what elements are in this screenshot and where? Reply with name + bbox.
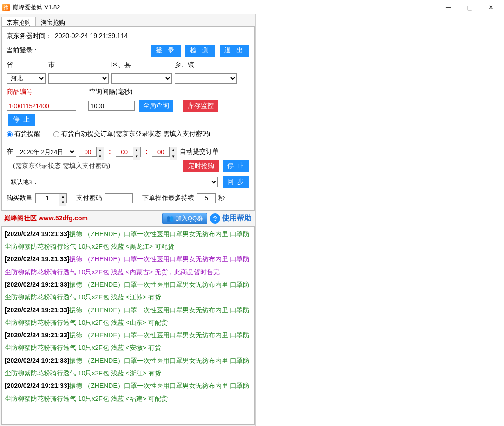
hour-up[interactable]: ▲ bbox=[97, 147, 104, 154]
second-spinner[interactable]: ▲▼ bbox=[152, 147, 177, 157]
date-select[interactable]: 2020年 2月24日 bbox=[16, 147, 76, 157]
log-line: [2020/02/24 19:21:33]振德 （ZHENDE）口罩一次性医用口… bbox=[5, 380, 251, 405]
app-icon: 抢 bbox=[2, 4, 10, 11]
qty-input[interactable] bbox=[36, 194, 59, 203]
max-duration-input[interactable] bbox=[197, 193, 216, 203]
radio-auto-submit[interactable]: 有货自动提交订单(需京东登录状态 需填入支付密码) bbox=[53, 129, 210, 140]
sync-button[interactable]: 同 步 bbox=[223, 176, 249, 188]
footer-links: 巅峰阁社区 www.52dfg.com 👥 加入QQ群 ? 使用帮助 bbox=[0, 211, 255, 226]
second-down[interactable]: ▼ bbox=[170, 154, 177, 160]
server-time-value: 2020-02-24 19:21:39.114 bbox=[55, 31, 128, 42]
server-time-label: 京东务器时间： bbox=[7, 31, 52, 42]
join-qq-label: 加入QQ群 bbox=[176, 214, 203, 223]
log-line: [2020/02/24 19:21:33]振德 （ZHENDE）口罩一次性医用口… bbox=[5, 355, 251, 380]
district-select[interactable] bbox=[111, 73, 172, 84]
minute-spinner[interactable]: ▲▼ bbox=[116, 147, 141, 157]
tab-bar: 京东抢购 淘宝抢购 bbox=[0, 14, 255, 26]
help-button[interactable]: ? 使用帮助 bbox=[210, 213, 252, 224]
login-label: 当前登录： bbox=[7, 45, 39, 56]
join-qq-button[interactable]: 👥 加入QQ群 bbox=[162, 213, 207, 224]
town-select[interactable] bbox=[175, 73, 237, 84]
log-line: [2020/02/24 19:21:33]振德 （ZHENDE）口罩一次性医用口… bbox=[5, 304, 251, 329]
log-line: [2020/02/24 19:21:33]振德 （ZHENDE）口罩一次性医用口… bbox=[5, 253, 251, 278]
hour-spinner[interactable]: ▲▼ bbox=[79, 147, 104, 157]
help-icon: ? bbox=[210, 213, 220, 224]
login-button[interactable]: 登 录 bbox=[151, 45, 181, 57]
second-up[interactable]: ▲ bbox=[170, 147, 177, 154]
maximize-button[interactable]: ▢ bbox=[459, 1, 480, 14]
minimize-button[interactable]: ─ bbox=[438, 1, 459, 14]
qty-up[interactable]: ▲ bbox=[59, 194, 66, 200]
left-pane: 京东抢购 淘宝抢购 京东务器时间： 2020-02-24 19:21:39.11… bbox=[0, 14, 256, 426]
radio-auto-submit-label: 有货自动提交订单(需京东登录状态 需填入支付密码) bbox=[61, 129, 210, 140]
town-header: 乡、镇 bbox=[175, 59, 240, 71]
exit-button[interactable]: 退 出 bbox=[220, 45, 249, 57]
stock-monitor-button[interactable]: 库存监控 bbox=[183, 100, 218, 112]
radio-stock-alert[interactable]: 有货提醒 bbox=[7, 129, 40, 140]
form-area: 京东务器时间： 2020-02-24 19:21:39.114 当前登录： 登 … bbox=[1, 26, 255, 211]
detect-button[interactable]: 检 测 bbox=[185, 45, 215, 57]
qty-down[interactable]: ▼ bbox=[59, 200, 66, 206]
district-header: 区、县 bbox=[111, 59, 175, 71]
paypwd-input[interactable] bbox=[105, 193, 133, 203]
tab-taobao[interactable]: 淘宝抢购 bbox=[36, 17, 70, 26]
minute-input[interactable] bbox=[116, 147, 133, 156]
interval-label: 查询间隔(毫秒) bbox=[89, 86, 132, 97]
city-header: 市 bbox=[48, 59, 111, 71]
stop-timed-button[interactable]: 停 止 bbox=[223, 160, 249, 172]
minute-up[interactable]: ▲ bbox=[133, 147, 140, 154]
help-label: 使用帮助 bbox=[222, 213, 252, 223]
second-input[interactable] bbox=[152, 147, 169, 156]
log-line: [2020/02/24 19:21:33]振德 （ZHENDE）口罩一次性医用口… bbox=[5, 228, 251, 253]
radio-auto-submit-input[interactable] bbox=[53, 131, 59, 137]
community-label: 巅峰阁社区 bbox=[4, 214, 39, 222]
at-label: 在 bbox=[7, 146, 13, 157]
log-line: [2020/02/24 19:21:33]振德 （ZHENDE）口罩一次性医用口… bbox=[5, 278, 251, 304]
product-id-label: 商品编号 bbox=[7, 86, 86, 97]
province-select[interactable]: 河北 bbox=[7, 73, 46, 84]
product-id-input[interactable] bbox=[7, 101, 76, 111]
qty-spinner[interactable]: ▲▼ bbox=[35, 193, 67, 203]
paypwd-label: 支付密码 bbox=[76, 193, 102, 204]
close-button[interactable]: ✕ bbox=[480, 1, 502, 14]
interval-input[interactable] bbox=[88, 101, 135, 111]
titlebar: 抢 巅峰爱抢购 V1.82 ─ ▢ ✕ bbox=[0, 0, 504, 14]
qty-label: 购买数量 bbox=[7, 193, 33, 204]
right-pane bbox=[256, 14, 504, 426]
auto-submit-suffix: 自动提交订单 bbox=[180, 146, 219, 157]
colon2: : bbox=[144, 146, 150, 157]
log-line: [2020/02/24 19:21:33]振德 （ZHENDE）口罩一次性医用口… bbox=[5, 329, 251, 355]
address-select[interactable]: 默认地址: bbox=[7, 177, 218, 187]
radio-stock-alert-label: 有货提醒 bbox=[14, 129, 40, 140]
radio-stock-alert-input[interactable] bbox=[7, 131, 13, 137]
timed-buy-button[interactable]: 定时抢购 bbox=[183, 160, 219, 172]
qq-icon: 👥 bbox=[166, 215, 174, 222]
log-area[interactable]: [2020/02/24 19:21:33]振德 （ZHENDE）口罩一次性医用口… bbox=[1, 226, 255, 425]
max-duration-label: 下单操作最多持续 bbox=[142, 193, 194, 204]
hour-input[interactable] bbox=[79, 147, 96, 156]
global-query-button[interactable]: 全局查询 bbox=[139, 100, 173, 112]
minute-down[interactable]: ▼ bbox=[133, 154, 140, 160]
tab-jd[interactable]: 京东抢购 bbox=[1, 17, 36, 26]
community-link[interactable]: www.52dfg.com bbox=[39, 214, 88, 222]
seconds-label: 秒 bbox=[218, 193, 225, 204]
schedule-hint: (需京东登录状态 需填入支付密码) bbox=[7, 161, 110, 172]
window-title: 巅峰爱抢购 V1.82 bbox=[13, 3, 60, 12]
hour-down[interactable]: ▼ bbox=[97, 154, 104, 160]
city-select[interactable] bbox=[48, 73, 109, 84]
app-window: 抢 巅峰爱抢购 V1.82 ─ ▢ ✕ 京东抢购 淘宝抢购 京东务器时间： 20… bbox=[0, 0, 504, 426]
province-header: 省 bbox=[7, 59, 48, 71]
stop-monitor-button[interactable]: 停 止 bbox=[8, 114, 35, 126]
colon1: : bbox=[107, 146, 113, 157]
